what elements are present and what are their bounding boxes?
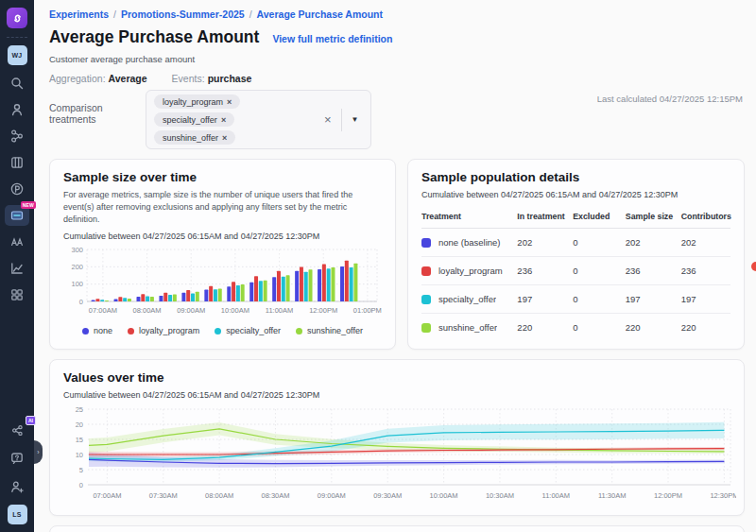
legend-item[interactable]: sunshine_offer bbox=[296, 326, 363, 335]
table-cell: 236 bbox=[626, 266, 681, 276]
events-label: Events: bbox=[172, 73, 205, 84]
sidebar-item-autotune[interactable] bbox=[5, 232, 29, 252]
sidebar-item-console[interactable]: NEW bbox=[5, 205, 29, 226]
sidebar-item-metrics[interactable] bbox=[5, 258, 29, 279]
bar-loyalty_program bbox=[300, 267, 303, 301]
bar-specialty_offer bbox=[146, 297, 149, 302]
sidebar-item-feature-gates[interactable] bbox=[5, 126, 29, 146]
svg-text:11:30AM: 11:30AM bbox=[598, 491, 626, 500]
legend-label: sunshine_offer bbox=[307, 326, 363, 335]
breadcrumb: Experiments / Promotions-Summer-2025 / A… bbox=[49, 9, 745, 20]
svg-text:09:00AM: 09:00AM bbox=[318, 491, 346, 500]
bar-loyalty_program bbox=[322, 265, 326, 302]
chip-remove-icon[interactable]: × bbox=[227, 97, 232, 107]
bar-sunshine_offer bbox=[196, 292, 199, 301]
legend-dot bbox=[82, 328, 89, 335]
values-line-chart[interactable]: 051015202507:00AM07:30AM08:00AM08:30AM09… bbox=[63, 403, 736, 509]
svg-text:12:00PM: 12:00PM bbox=[309, 306, 337, 315]
line-chart-icon bbox=[9, 261, 25, 276]
sidebar-item-dashboards[interactable] bbox=[5, 284, 29, 305]
column-header: Contributors bbox=[681, 212, 730, 221]
svg-text:01:00PM: 01:00PM bbox=[353, 306, 382, 315]
legend-item[interactable]: none bbox=[82, 326, 112, 335]
table-cell: 0 bbox=[573, 266, 626, 276]
sample-size-bar-chart[interactable]: 010020030007:00AM08:00AM09:00AM10:00AM11… bbox=[63, 245, 382, 325]
treatment-chips: loyalty_program×specialty_offer×sunshine… bbox=[154, 94, 315, 145]
treatment-color-swatch bbox=[421, 323, 431, 333]
legend-item[interactable]: specialty_offer bbox=[215, 326, 281, 335]
sidebar-item-help[interactable] bbox=[5, 448, 29, 469]
sidebar-item-invite[interactable] bbox=[5, 476, 29, 497]
table-header-row: TreatmentIn treatmentExcludedSample size… bbox=[421, 208, 730, 229]
bar-specialty_offer bbox=[123, 298, 127, 301]
sample-size-description: For average metrics, sample size is the … bbox=[63, 189, 382, 226]
sidebar-item-search[interactable] bbox=[5, 73, 29, 94]
clear-all-icon[interactable]: × bbox=[320, 112, 335, 127]
treatment-color-swatch bbox=[421, 295, 431, 304]
svg-text:0: 0 bbox=[79, 481, 83, 489]
svg-text:08:00AM: 08:00AM bbox=[133, 306, 162, 315]
sidebar-item-pulse[interactable] bbox=[5, 179, 29, 199]
treatment-chip[interactable]: specialty_offer× bbox=[154, 112, 234, 127]
bar-loyalty_program bbox=[232, 282, 235, 301]
bar-none bbox=[159, 296, 163, 301]
bar-sunshine_offer bbox=[150, 297, 154, 301]
table-cell: 197 bbox=[626, 294, 681, 304]
bar-loyalty_program bbox=[254, 276, 258, 301]
treatments-multiselect[interactable]: loyalty_program×specialty_offer×sunshine… bbox=[146, 90, 371, 149]
page-title: Average Purchase Amount bbox=[49, 27, 259, 47]
svg-text:0: 0 bbox=[79, 298, 83, 306]
user-avatar[interactable]: LS bbox=[8, 505, 27, 524]
svg-text:11:00AM: 11:00AM bbox=[542, 491, 570, 500]
breadcrumb-metric-name[interactable]: Average Purchase Amount bbox=[257, 9, 383, 20]
bar-none bbox=[272, 277, 276, 301]
statsig-logo-icon[interactable] bbox=[7, 8, 27, 28]
svg-text:300: 300 bbox=[71, 246, 83, 254]
breadcrumb-experiment-name[interactable]: Promotions-Summer-2025 bbox=[121, 9, 245, 20]
bar-specialty_offer bbox=[304, 272, 308, 301]
chevron-down-icon[interactable]: ▼ bbox=[348, 115, 363, 124]
select-divider bbox=[341, 109, 342, 131]
bar-none bbox=[340, 266, 344, 301]
sidebar-item-experiments[interactable] bbox=[5, 152, 29, 173]
table-cell: 220 bbox=[681, 322, 730, 333]
workspace-avatar[interactable]: WJ bbox=[8, 45, 27, 65]
population-cumulative: Cumulative between 04/27/2025 06:15AM an… bbox=[421, 190, 730, 199]
treatment-name: none (baseline) bbox=[438, 237, 501, 248]
column-header: In treatment bbox=[517, 212, 573, 221]
chip-remove-icon[interactable]: × bbox=[222, 133, 227, 143]
bar-specialty_offer bbox=[100, 300, 104, 301]
breadcrumb-experiments[interactable]: Experiments bbox=[49, 9, 109, 20]
treatment-chip[interactable]: sunshine_offer× bbox=[154, 130, 235, 145]
legend-label: specialty_offer bbox=[226, 326, 281, 335]
svg-text:25: 25 bbox=[76, 405, 83, 414]
table-cell: 220 bbox=[626, 322, 681, 333]
edge-notification-tab[interactable] bbox=[751, 262, 756, 271]
legend-dot bbox=[296, 328, 302, 335]
view-metric-definition-link[interactable]: View full metric definition bbox=[272, 33, 392, 44]
breadcrumb-separator: / bbox=[249, 9, 252, 20]
treatment-chip[interactable]: loyalty_program× bbox=[154, 94, 240, 109]
bar-sunshine_offer bbox=[241, 284, 245, 301]
svg-text:08:30AM: 08:30AM bbox=[261, 491, 289, 500]
metric-subtitle: Customer average purchase amount bbox=[49, 54, 745, 64]
bar-loyalty_program bbox=[118, 297, 122, 301]
sidebar-item-users[interactable] bbox=[5, 99, 29, 120]
svg-text:20: 20 bbox=[76, 420, 83, 429]
svg-text:07:00AM: 07:00AM bbox=[89, 306, 117, 315]
aggregation-value: Average bbox=[109, 73, 147, 84]
values-cumulative: Cumulative between 04/27/2025 06:15AM an… bbox=[63, 390, 730, 400]
sidebar-item-ai-assistant[interactable]: AI bbox=[5, 420, 29, 440]
comparison-treatments-label: Comparison treatments bbox=[49, 90, 138, 149]
bar-none bbox=[114, 300, 118, 302]
treatment-color-swatch bbox=[421, 238, 431, 248]
legend-dot bbox=[128, 328, 134, 335]
new-badge: NEW bbox=[21, 201, 36, 209]
population-card: Sample population details Cumulative bet… bbox=[407, 159, 745, 350]
svg-text:100: 100 bbox=[71, 280, 83, 288]
bar-none bbox=[137, 297, 141, 301]
chip-remove-icon[interactable]: × bbox=[221, 115, 226, 125]
bar-specialty_offer bbox=[327, 268, 331, 301]
legend-item[interactable]: loyalty_program bbox=[128, 326, 199, 335]
values-over-time-card: Values over time Cumulative between 04/2… bbox=[49, 359, 745, 516]
